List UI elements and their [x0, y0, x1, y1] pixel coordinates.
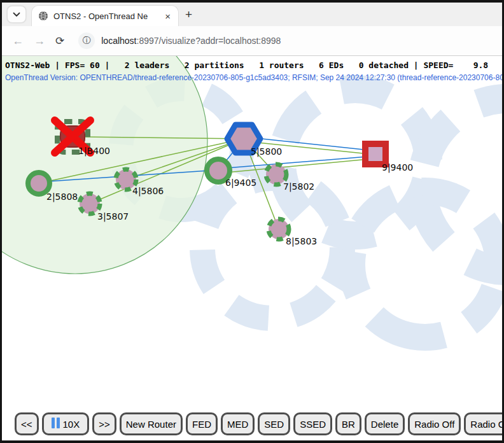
node-label: 3|5807: [97, 211, 129, 222]
sed-button[interactable]: SED: [258, 412, 290, 435]
new-router-label: New Router: [126, 419, 176, 430]
speed-up-button[interactable]: >>: [92, 412, 116, 435]
url-host: localhost: [101, 36, 136, 46]
node-label: 4|5806: [132, 186, 164, 197]
forward-button[interactable]: →: [34, 35, 45, 46]
address-bar: ← → ⟳ ⓘ localhost:8997/visualize?addr=lo…: [2, 26, 502, 56]
browser-window: OTNS2 - OpenThread Ne × + ← → ⟳ ⓘ localh…: [2, 3, 502, 440]
radio-on-label: Radio On: [470, 419, 502, 430]
control-toolbar: << 10X >> New Router FED MED SED SSED BR…: [15, 412, 502, 435]
ssed-button[interactable]: SSED: [293, 412, 332, 435]
br-button[interactable]: BR: [335, 412, 361, 435]
node-label: 5|5800: [251, 146, 282, 157]
pause-speed-button[interactable]: 10X: [42, 412, 90, 435]
tab-search-dropdown-button[interactable]: [7, 6, 26, 23]
fed-label: FED: [192, 419, 211, 430]
back-button[interactable]: ←: [12, 35, 24, 46]
node-1-radio-range: [2, 56, 207, 274]
url-path: :8997/visualize?addr=localhost:8998: [137, 36, 281, 46]
node-2-5808[interactable]: [28, 172, 50, 194]
fed-button[interactable]: FED: [186, 412, 218, 435]
speed-label: 10X: [63, 419, 80, 430]
delete-button[interactable]: Delete: [365, 412, 405, 435]
node-label: 2|5808: [46, 192, 78, 202]
speed-down-button[interactable]: <<: [15, 412, 39, 435]
screenshot-root: OTNS2 - OpenThread Ne × + ← → ⟳ ⓘ localh…: [0, 0, 504, 443]
sed-label: SED: [264, 419, 284, 430]
url-field[interactable]: ⓘ localhost:8997/visualize?addr=localhos…: [78, 32, 281, 49]
speed-up-label: >>: [99, 419, 110, 430]
med-button[interactable]: MED: [221, 412, 255, 435]
tab-strip: OTNS2 - OpenThread Ne × +: [2, 3, 502, 26]
delete-label: Delete: [371, 419, 398, 430]
node-label: 9|9400: [382, 162, 413, 173]
node-label: 6|9405: [225, 178, 256, 188]
med-label: MED: [227, 419, 248, 430]
speed-down-label: <<: [21, 419, 32, 430]
pause-icon: [52, 418, 60, 430]
ssed-label: SSED: [300, 419, 326, 430]
br-label: BR: [342, 419, 355, 430]
radio-on-button[interactable]: Radio On: [464, 412, 502, 435]
tab-title: OTNS2 - OpenThread Ne: [53, 11, 158, 21]
node-label: 1|B400: [78, 146, 110, 157]
close-tab-icon[interactable]: ×: [164, 11, 172, 21]
radio-off-button[interactable]: Radio Off: [408, 412, 461, 435]
node-9-9400[interactable]: [365, 144, 386, 164]
reload-button[interactable]: ⟳: [55, 36, 64, 46]
browser-tab[interactable]: OTNS2 - OpenThread Ne ×: [31, 5, 179, 26]
new-router-button[interactable]: New Router: [120, 412, 183, 435]
chevron-down-icon: [13, 12, 20, 17]
otns-canvas[interactable]: 1|B400 2|5808 3|5807 4|5806 5|5800 6|940…: [2, 56, 502, 440]
node-label: 7|5802: [283, 181, 314, 192]
globe-favicon-icon: [38, 11, 48, 21]
new-tab-button[interactable]: +: [185, 8, 192, 22]
status-bar: OTNS2-Web | FPS= 60 | 2 leaders 2 partit…: [5, 60, 488, 70]
radio-off-label: Radio Off: [414, 419, 454, 430]
openthread-version-text: OpenThread Version: OPENTHREAD/thread-re…: [5, 73, 502, 82]
network-graph: 1|B400 2|5808 3|5807 4|5806 5|5800 6|940…: [2, 56, 502, 440]
site-info-icon[interactable]: ⓘ: [78, 32, 95, 49]
url-text: localhost:8997/visualize?addr=localhost:…: [101, 36, 281, 46]
node-label: 8|5803: [286, 236, 317, 247]
